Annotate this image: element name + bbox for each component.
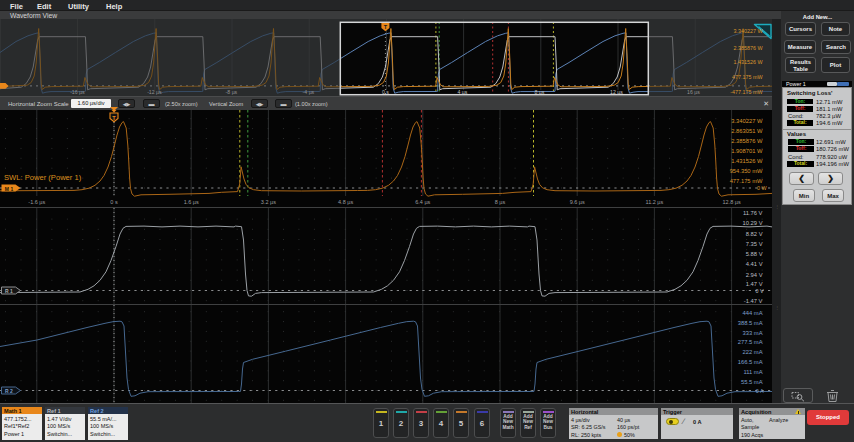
- svg-text:477.175 mW: 477.175 mW: [732, 74, 763, 80]
- svg-text:0 s: 0 s: [110, 199, 118, 205]
- svg-text:-1.47 V: -1.47 V: [744, 298, 763, 304]
- svg-text:4.8 µs: 4.8 µs: [338, 199, 353, 205]
- svg-text:11.76 V: 11.76 V: [743, 210, 763, 216]
- svg-text:-1.6 µs: -1.6 µs: [28, 199, 45, 205]
- svg-text:0 W: 0 W: [757, 185, 767, 191]
- svg-text:R 1: R 1: [5, 288, 13, 294]
- svg-text:2.385876 W: 2.385876 W: [733, 45, 763, 51]
- svg-text:55.5 mA: 55.5 mA: [741, 379, 763, 385]
- svg-text:10.29 V: 10.29 V: [743, 220, 763, 226]
- svg-text:111 mA: 111 mA: [743, 369, 762, 375]
- svg-text:1.431526 W: 1.431526 W: [731, 158, 763, 164]
- svg-text:0 A: 0 A: [756, 388, 764, 394]
- svg-text:3.340227 W: 3.340227 W: [731, 118, 763, 124]
- svg-text:1.431526 W: 1.431526 W: [733, 59, 763, 65]
- svg-text:222 mA: 222 mA: [743, 349, 763, 355]
- svg-text:3.340227 W: 3.340227 W: [733, 28, 763, 34]
- svg-text:2.385876 W: 2.385876 W: [731, 138, 763, 144]
- svg-text:4 µs: 4 µs: [457, 89, 467, 95]
- svg-text:3.2 µs: 3.2 µs: [261, 199, 276, 205]
- svg-text:0 V: 0 V: [755, 288, 763, 294]
- svg-text:477.175 mW: 477.175 mW: [730, 178, 763, 184]
- svg-text:2.94 V: 2.94 V: [746, 272, 763, 278]
- svg-text:-12 µs: -12 µs: [147, 89, 162, 95]
- svg-text:1.908701 W: 1.908701 W: [731, 148, 763, 154]
- svg-text:166.5 mA: 166.5 mA: [738, 359, 763, 365]
- svg-text:388.5 mA: 388.5 mA: [738, 320, 763, 326]
- svg-text:333 mA: 333 mA: [743, 330, 763, 336]
- svg-text:5.88 V: 5.88 V: [746, 251, 763, 257]
- svg-text:954.350 mW: 954.350 mW: [730, 168, 763, 174]
- svg-text:-8 µs: -8 µs: [226, 89, 238, 95]
- svg-text:0 s: 0 s: [382, 89, 389, 95]
- svg-text:8.82 V: 8.82 V: [746, 231, 763, 237]
- svg-text:6.4 µs: 6.4 µs: [415, 199, 430, 205]
- svg-text:1.6 µs: 1.6 µs: [184, 199, 199, 205]
- svg-text:12.8 µs: 12.8 µs: [723, 199, 741, 205]
- svg-text:R 2: R 2: [5, 388, 13, 394]
- svg-text:11.2 µs: 11.2 µs: [646, 199, 664, 205]
- svg-text:12 µs: 12 µs: [610, 89, 623, 95]
- svg-text:-16 µs: -16 µs: [70, 89, 85, 95]
- svg-text:-4 µs: -4 µs: [303, 89, 315, 95]
- svg-text:4.41 V: 4.41 V: [746, 261, 763, 267]
- svg-text:-477.175 mW: -477.175 mW: [730, 89, 763, 95]
- svg-text:8 µs: 8 µs: [495, 199, 506, 205]
- svg-text:277.5 mA: 277.5 mA: [738, 339, 763, 345]
- svg-text:2.863051 W: 2.863051 W: [731, 128, 763, 134]
- svg-text:9.6 µs: 9.6 µs: [570, 199, 585, 205]
- svg-text:SWL: Power (Power 1): SWL: Power (Power 1): [4, 173, 82, 182]
- svg-text:M 1: M 1: [5, 186, 14, 192]
- svg-text:7.35 V: 7.35 V: [746, 241, 763, 247]
- svg-text:1.47 V: 1.47 V: [746, 281, 763, 287]
- svg-text:444 mA: 444 mA: [743, 310, 763, 316]
- svg-text:8 µs: 8 µs: [534, 89, 544, 95]
- svg-text:16 µs: 16 µs: [687, 89, 700, 95]
